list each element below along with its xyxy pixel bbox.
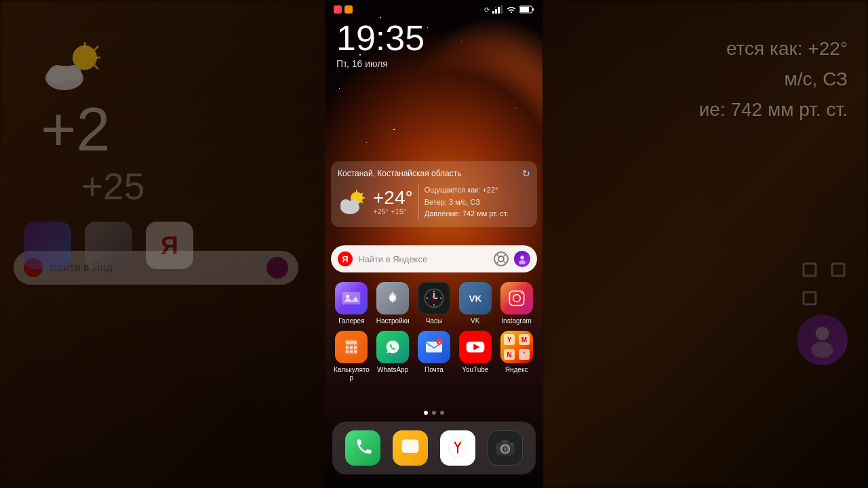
visual-search-icon[interactable] <box>494 251 509 266</box>
dock <box>332 422 536 474</box>
svg-rect-21 <box>532 8 534 11</box>
svg-rect-17 <box>500 5 502 14</box>
clock-date: Пт, 16 июля <box>336 58 425 69</box>
dock-phone[interactable] <box>345 430 380 466</box>
vk-label: VK <box>471 317 479 325</box>
svg-rect-11 <box>804 292 816 304</box>
svg-text:+: + <box>523 350 526 355</box>
search-bar[interactable]: Я Найти в Яндексе <box>331 245 537 272</box>
search-placeholder[interactable]: Найти в Яндексе <box>358 254 488 264</box>
svg-text:VK: VK <box>469 293 481 304</box>
svg-rect-57 <box>354 350 357 353</box>
status-dot-red <box>334 5 342 14</box>
yabrowser-dock-icon <box>440 430 475 466</box>
svg-rect-72 <box>402 440 419 453</box>
weather-header: Костанай, Костанайская область ↻ <box>338 168 530 179</box>
svg-point-6 <box>48 65 67 84</box>
svg-rect-16 <box>498 7 500 14</box>
app-vk[interactable]: VK VK <box>456 282 495 325</box>
vk-icon: VK <box>459 282 492 314</box>
svg-point-48 <box>513 295 520 302</box>
svg-point-32 <box>519 260 525 264</box>
app-row-1: Галерея Настройки <box>331 282 537 325</box>
settings-icon <box>376 282 409 314</box>
svg-point-18 <box>511 12 512 13</box>
svg-rect-54 <box>354 346 357 349</box>
weather-refresh-icon[interactable]: ↻ <box>522 168 530 179</box>
svg-rect-15 <box>495 9 497 14</box>
svg-rect-33 <box>342 292 361 305</box>
weather-temp-range: +25° +15° <box>373 207 413 216</box>
right-scan-icon <box>800 260 848 308</box>
svg-line-24 <box>361 193 363 195</box>
status-bar: ⟳ <box>326 5 542 14</box>
mail-icon: ● <box>418 331 450 363</box>
weather-widget[interactable]: Костанай, Костанайская область ↻ <box>331 161 537 227</box>
app-youtube[interactable]: YouTube <box>456 331 495 382</box>
weather-pressure: Давление: 742 мм рт. ст. <box>425 208 530 220</box>
svg-text:Я: Я <box>161 232 178 260</box>
app-mail[interactable]: ● Почта <box>414 331 454 382</box>
svg-line-2 <box>94 46 98 50</box>
alisa-search-icon[interactable] <box>514 251 530 267</box>
gallery-label: Галерея <box>338 317 364 325</box>
svg-rect-51 <box>346 341 357 344</box>
weather-temp: +24° +25° +15° <box>373 188 413 216</box>
weather-temp-main: +24° <box>373 188 413 207</box>
dock-yabrowser[interactable] <box>440 430 475 466</box>
status-left <box>334 5 353 14</box>
weather-icon <box>338 187 368 217</box>
settings-label: Настройки <box>376 317 410 325</box>
left-temp-small: +25 <box>81 165 144 208</box>
whatsapp-label: WhatsApp <box>377 366 408 374</box>
page-dot-1[interactable] <box>424 411 428 415</box>
left-alisa-icon <box>267 257 288 279</box>
phone-dock-icon <box>345 430 380 466</box>
app-calculator[interactable]: Калькулятор <box>332 331 371 382</box>
svg-rect-20 <box>520 7 529 12</box>
right-panel: ется как: +22° м/с, СЗ ие: 742 мм рт. ст… <box>542 0 868 488</box>
clock-label: Часы <box>426 317 442 325</box>
stars <box>326 0 542 488</box>
left-weather-icon <box>34 41 115 95</box>
svg-point-49 <box>521 292 523 294</box>
svg-text:●: ● <box>438 340 440 344</box>
weather-feels-like: Ощущается как: +22° <box>425 184 530 197</box>
svg-marker-73 <box>403 453 408 457</box>
app-whatsapp[interactable]: WhatsApp <box>373 331 412 382</box>
youtube-label: YouTube <box>462 366 488 374</box>
dock-messenger[interactable] <box>393 430 428 466</box>
wifi-icon <box>506 5 517 14</box>
page-dot-3[interactable] <box>440 411 444 415</box>
yandex-icon: Y M N + <box>500 331 533 363</box>
status-dot-orange <box>344 5 353 14</box>
app-gallery[interactable]: Галерея <box>332 282 371 325</box>
weather-wind: Ветер: 3 м/с, СЗ <box>425 197 530 209</box>
phone-screen: ⟳ 19:35 Пт, 16 <box>326 0 542 488</box>
dock-camera[interactable] <box>488 430 523 466</box>
signal-icon <box>492 5 503 14</box>
whatsapp-icon <box>376 331 409 363</box>
left-icon2 <box>85 222 132 269</box>
battery-icon <box>519 5 534 14</box>
svg-line-26 <box>361 201 363 203</box>
app-yandex[interactable]: Y M N + Яндекс <box>497 331 536 382</box>
app-instagram[interactable]: Instagram <box>497 282 536 325</box>
clock-icon <box>418 282 450 314</box>
svg-rect-10 <box>832 264 844 276</box>
right-alisa-icon <box>797 314 848 365</box>
svg-rect-53 <box>350 346 353 349</box>
left-panel: +2 +25 Найти в Янд Я <box>0 0 326 488</box>
svg-point-80 <box>511 443 513 445</box>
instagram-label: Instagram <box>501 317 531 325</box>
camera-dock-icon <box>488 430 523 466</box>
messenger-dock-icon <box>393 430 428 466</box>
page-dot-2[interactable] <box>432 411 436 415</box>
svg-rect-14 <box>492 11 494 14</box>
left-temp-large: +2 <box>41 95 111 165</box>
app-settings[interactable]: Настройки <box>373 282 412 325</box>
app-clock[interactable]: Часы <box>414 282 454 325</box>
svg-point-13 <box>812 342 833 358</box>
svg-point-12 <box>816 327 829 340</box>
yandex-label: Яндекс <box>505 366 528 374</box>
